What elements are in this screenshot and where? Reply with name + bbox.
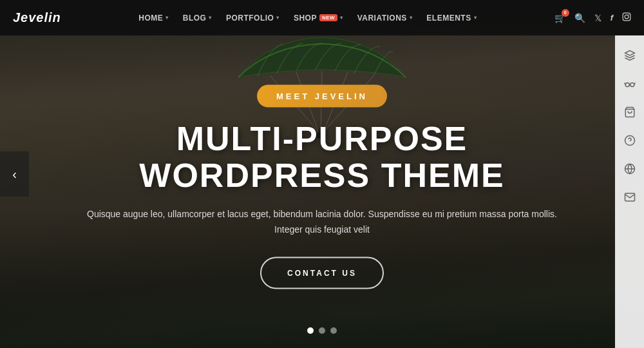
svg-point-10 bbox=[629, 14, 629, 15]
slider-prev-button[interactable]: ‹ bbox=[0, 151, 29, 197]
slider-dot-2[interactable] bbox=[319, 327, 325, 334]
nav-item-elements[interactable]: Elements ▾ bbox=[421, 10, 482, 26]
hero-description: Quisque augue leo, ullamcorper et lacus … bbox=[64, 207, 580, 238]
cart-badge: 0 bbox=[562, 9, 569, 17]
cart-icon[interactable]: 🛒 0 bbox=[554, 13, 565, 23]
chevron-down-icon: ▾ bbox=[166, 15, 169, 21]
nav-item-blog[interactable]: Blog ▾ bbox=[178, 10, 217, 26]
slider-dots bbox=[307, 327, 337, 334]
chevron-down-icon: ▾ bbox=[410, 15, 413, 21]
nav-item-variations[interactable]: Variations ▾ bbox=[352, 10, 418, 26]
nav-icons: 🛒 0 🔍 𝕏 f bbox=[554, 12, 631, 23]
chevron-down-icon: ▾ bbox=[474, 15, 477, 21]
nav-links: Home ▾ Blog ▾ Portfolio ▾ Shop NEW ▾ Var… bbox=[61, 10, 554, 26]
sidebar-mail-icon[interactable] bbox=[618, 185, 642, 209]
sidebar-right bbox=[615, 35, 644, 348]
hero-section: Jevelin Home ▾ Blog ▾ Portfolio ▾ Shop N… bbox=[0, 0, 644, 348]
nav-item-shop[interactable]: Shop NEW ▾ bbox=[289, 10, 348, 26]
twitter-icon[interactable]: 𝕏 bbox=[594, 13, 601, 23]
nav-item-home[interactable]: Home ▾ bbox=[133, 10, 174, 26]
sidebar-glasses-icon[interactable] bbox=[618, 72, 642, 96]
sidebar-layers-icon[interactable] bbox=[618, 43, 642, 68]
facebook-icon[interactable]: f bbox=[611, 13, 613, 23]
slider-dot-3[interactable] bbox=[330, 327, 337, 334]
chevron-down-icon: ▾ bbox=[340, 15, 343, 21]
instagram-icon[interactable] bbox=[622, 12, 631, 23]
hero-badge: MEET JEVELIN bbox=[257, 85, 387, 108]
slider-dot-1[interactable] bbox=[307, 327, 314, 334]
sidebar-globe-icon[interactable] bbox=[618, 157, 642, 181]
svg-point-9 bbox=[625, 15, 629, 19]
sidebar-bag-icon[interactable] bbox=[618, 100, 642, 124]
svg-marker-11 bbox=[625, 51, 634, 56]
sidebar-help-icon[interactable] bbox=[618, 128, 642, 153]
navbar: Jevelin Home ▾ Blog ▾ Portfolio ▾ Shop N… bbox=[0, 0, 644, 35]
contact-us-button[interactable]: CONTACT US bbox=[260, 256, 384, 289]
chevron-down-icon: ▾ bbox=[209, 15, 212, 21]
search-icon[interactable]: 🔍 bbox=[574, 13, 585, 23]
shop-new-badge: NEW bbox=[319, 14, 337, 21]
svg-point-12 bbox=[625, 83, 629, 87]
svg-point-13 bbox=[630, 83, 634, 87]
logo[interactable]: Jevelin bbox=[13, 10, 61, 25]
nav-item-portfolio[interactable]: Portfolio ▾ bbox=[221, 10, 285, 26]
hero-title: MULTI-PURPOSE WORDPRESS THEME bbox=[64, 121, 580, 194]
svg-rect-8 bbox=[623, 13, 630, 21]
hero-content: MEET JEVELIN MULTI-PURPOSE WORDPRESS THE… bbox=[64, 85, 580, 289]
chevron-down-icon: ▾ bbox=[276, 15, 279, 21]
